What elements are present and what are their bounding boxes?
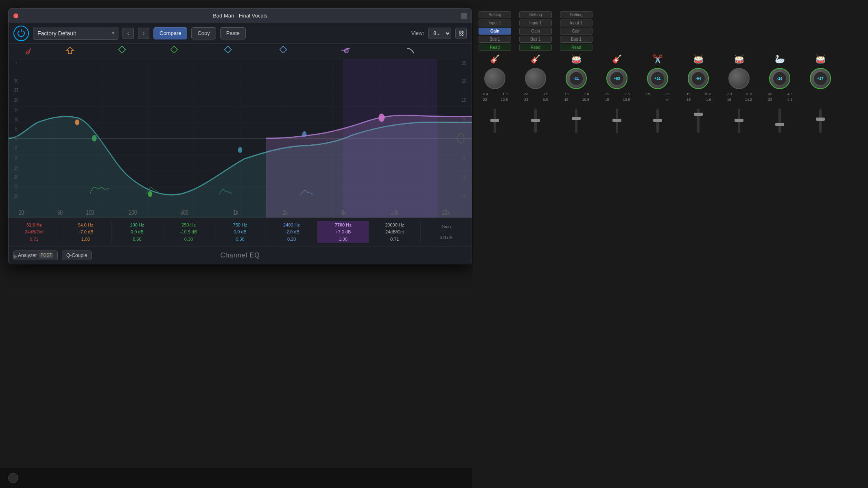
ch3-fader[interactable] <box>556 105 596 137</box>
band3-info: 100 Hz 0.0 dB 0.60 <box>112 221 163 243</box>
ch6-instrument-icon: 🥁 <box>678 54 718 64</box>
ch5-fader-handle[interactable] <box>653 119 662 122</box>
close-button[interactable] <box>13 13 18 18</box>
ch7-fader-handle[interactable] <box>735 119 743 122</box>
svg-text:30: 30 <box>14 194 19 199</box>
ch6-fader-handle[interactable] <box>694 113 703 116</box>
traffic-lights <box>13 13 18 18</box>
svg-text:20: 20 <box>14 174 19 180</box>
ch3-knob[interactable]: -21 <box>566 68 587 89</box>
ch8-db1: -32 -4.8 <box>760 92 800 96</box>
ch9-fader-handle[interactable] <box>816 118 825 121</box>
ch8-fader-handle[interactable] <box>775 123 784 126</box>
ch2-knob[interactable] <box>525 68 546 89</box>
ch3-fader-handle[interactable] <box>572 117 581 120</box>
ch1-fader-handle[interactable] <box>490 119 499 122</box>
channel1-gain[interactable]: Gain <box>479 28 511 35</box>
svg-text:20: 20 <box>462 78 466 83</box>
band5-handle[interactable] <box>224 46 232 55</box>
ch5-knob[interactable]: +21 <box>647 68 668 89</box>
channel3-setting[interactable]: Setting <box>560 11 593 18</box>
title-bar: Bad Man - Final Vocals <box>9 9 472 23</box>
channel3-input[interactable]: Input 1 <box>560 20 593 26</box>
gain-display: Gain 0.0 dB <box>421 221 472 243</box>
power-button[interactable] <box>13 26 29 41</box>
ch7-fader[interactable] <box>719 105 759 137</box>
band4-gain: -10.5 dB <box>180 229 197 234</box>
channel2-read[interactable]: Read <box>519 44 552 51</box>
bottom-bar: Analyzer POST Q-Couple Channel EQ ▶ <box>9 246 472 264</box>
band2-handle[interactable] <box>66 46 74 57</box>
preset-dropdown[interactable]: Factory Default <box>33 27 118 40</box>
ch4-fader-handle[interactable] <box>612 119 621 122</box>
channel2-setting[interactable]: Setting <box>519 11 552 18</box>
ch8-fader[interactable] <box>760 105 800 137</box>
analyzer-button[interactable]: Analyzer POST <box>13 251 58 260</box>
svg-text:0: 0 <box>15 135 17 141</box>
ch5-knob-wrapper: +21 <box>638 68 678 89</box>
ch6-knob-value: -64 <box>692 72 705 85</box>
svg-text:30: 30 <box>462 60 466 66</box>
band4-info: 250 Hz -10.5 dB 0.30 <box>163 221 215 243</box>
channel2-bus[interactable]: Bus 1 <box>519 36 552 43</box>
ch1-knob[interactable] <box>484 68 505 89</box>
qcouple-button[interactable]: Q-Couple <box>62 251 92 260</box>
ch6-knob-wrapper: -64 <box>678 68 718 89</box>
ch9-fader[interactable] <box>800 105 840 137</box>
ch8-knob[interactable]: -26 <box>769 68 790 89</box>
band1-freq: 31.6 Hz <box>26 222 42 227</box>
svg-text:15: 15 <box>14 107 19 112</box>
band2-gain: +7.0 dB <box>78 229 93 234</box>
band7-handle[interactable]: ‹ <box>341 45 352 58</box>
ch6-db1: -15 15.0 <box>678 92 718 96</box>
channel3-gain[interactable]: Gain <box>560 28 593 35</box>
resize-control[interactable] <box>461 13 467 19</box>
ch6-knob[interactable]: -64 <box>688 68 709 89</box>
ch3-db2: -15 10.8 <box>556 98 596 102</box>
nav-next-button[interactable]: › <box>138 28 149 39</box>
band3-handle[interactable] <box>118 46 126 55</box>
channel1-read[interactable]: Read <box>479 44 511 51</box>
eq-display[interactable]: 20 50 100 200 500 1k 2k 5k 10k 20k + 0 5… <box>9 59 472 218</box>
band6-handle[interactable] <box>280 46 287 55</box>
eq-area: ‹ <box>9 44 472 246</box>
channel2-input[interactable]: Input 1 <box>519 20 552 26</box>
channel2-gain[interactable]: Gain <box>519 28 552 35</box>
band4-handle[interactable] <box>171 46 178 55</box>
play-button[interactable]: ▶ <box>13 253 18 260</box>
channel3-bus[interactable]: Bus 1 <box>560 36 593 43</box>
compare-button[interactable]: Compare <box>153 27 187 39</box>
ch1-fader[interactable] <box>475 105 515 137</box>
band1-info: 31.6 Hz 24dB/Oct 0.71 <box>9 221 60 243</box>
channel1-bus[interactable]: Bus 1 <box>479 36 511 43</box>
ch4-instrument-icon: 🎸 <box>597 54 637 64</box>
nav-prev-button[interactable]: ‹ <box>122 28 134 39</box>
ch6-fader[interactable] <box>678 105 718 137</box>
band1-handle[interactable] <box>26 47 35 57</box>
view-select[interactable]: 8... <box>428 28 451 39</box>
ch2-fader-handle[interactable] <box>531 119 540 122</box>
ch3-db1: -15 -7.6 <box>556 92 596 96</box>
paste-button[interactable]: Paste <box>220 27 246 39</box>
band6-info: 2400 Hz +2.0 dB 0.20 <box>266 221 318 243</box>
channel3-read[interactable]: Read <box>560 44 593 51</box>
channel1-input[interactable]: Input 1 <box>479 20 511 26</box>
ch4-fader[interactable] <box>597 105 637 137</box>
ch3-knob-wrapper: -21 <box>556 68 596 89</box>
ch5-fader[interactable] <box>638 105 678 137</box>
link-button[interactable]: ⛓ <box>455 28 467 39</box>
ch2-fader[interactable] <box>516 105 555 137</box>
svg-text:10: 10 <box>14 155 19 161</box>
channel1-setting[interactable]: Setting <box>479 11 511 18</box>
ch1-instrument-icon: 🎸 <box>475 54 515 64</box>
band8-handle[interactable] <box>407 47 415 57</box>
mixer-panel: Setting Input 1 Gain Bus 1 Read Setting … <box>473 8 868 488</box>
band6-freq: 2400 Hz <box>283 222 300 227</box>
band-handles-row: ‹ <box>9 44 472 59</box>
ch4-knob[interactable]: +63 <box>606 68 627 89</box>
copy-button[interactable]: Copy <box>191 27 216 39</box>
ch9-knob[interactable]: +27 <box>810 68 831 89</box>
band7-freq: 7700 Hz <box>335 222 352 227</box>
svg-rect-5 <box>280 46 287 53</box>
ch7-knob[interactable] <box>728 68 750 89</box>
